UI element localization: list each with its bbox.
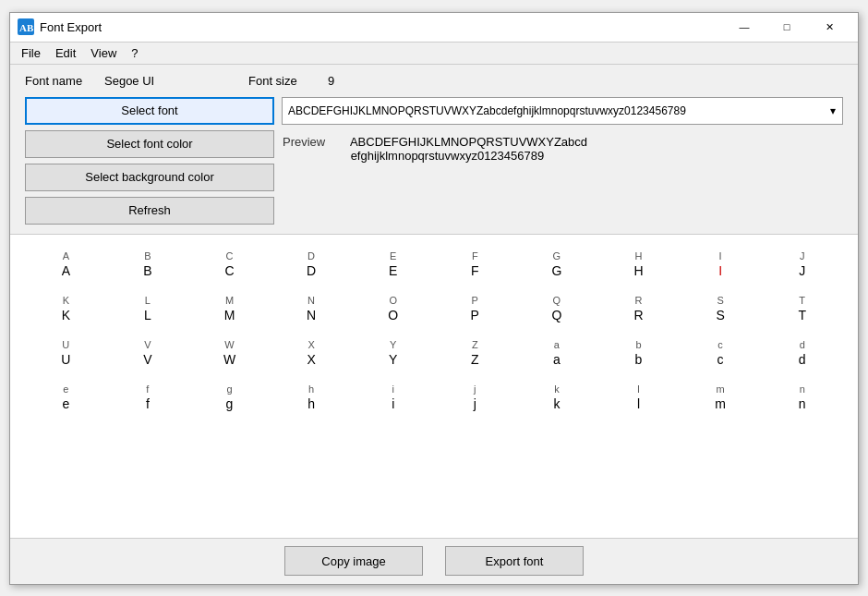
- char-cell[interactable]: kk: [516, 375, 598, 420]
- preview-line2: efghijklmnopqrstuvwxyz0123456789: [351, 149, 545, 163]
- char-cell[interactable]: RR: [597, 286, 680, 331]
- char-cell[interactable]: hh: [271, 375, 353, 420]
- char-cell[interactable]: CC: [188, 242, 271, 286]
- char-cell[interactable]: II: [680, 242, 762, 286]
- top-panel: Font name Segoe UI Font size 9 Select fo…: [10, 65, 858, 234]
- char-cell[interactable]: WW: [188, 331, 271, 375]
- char-cell[interactable]: AA: [25, 242, 107, 286]
- char-index: S: [717, 295, 723, 306]
- char-cell[interactable]: KK: [25, 286, 107, 331]
- char-display: C: [224, 263, 234, 278]
- minimize-button[interactable]: —: [723, 12, 766, 42]
- char-cell[interactable]: bb: [597, 331, 680, 375]
- char-display: S: [716, 308, 724, 322]
- char-display: Q: [551, 308, 561, 322]
- char-cell[interactable]: OO: [352, 286, 434, 331]
- char-cell[interactable]: aa: [516, 331, 598, 375]
- char-display: H: [633, 263, 643, 278]
- char-cell[interactable]: UU: [25, 331, 107, 375]
- char-display: f: [146, 396, 150, 411]
- select-background-color-button[interactable]: Select background color: [25, 164, 274, 191]
- char-display: G: [551, 263, 561, 278]
- char-display: a: [553, 352, 561, 367]
- title-bar: AB Font Export — □ ✕: [10, 13, 858, 43]
- char-index: c: [717, 339, 723, 350]
- char-cell[interactable]: nn: [761, 375, 843, 420]
- char-display: e: [62, 396, 69, 411]
- char-index: d: [800, 339, 805, 350]
- char-display: b: [635, 352, 643, 367]
- window-title: Font Export: [40, 20, 723, 34]
- char-cell[interactable]: ll: [597, 375, 680, 420]
- char-index: I: [719, 250, 722, 262]
- char-index: F: [472, 250, 478, 262]
- font-size-value: 9: [328, 74, 334, 88]
- char-cell[interactable]: gg: [188, 375, 271, 420]
- select-font-color-button[interactable]: Select font color: [25, 130, 274, 158]
- font-size-label: Font size: [248, 74, 313, 88]
- char-display: n: [799, 396, 806, 411]
- char-index: Q: [553, 295, 561, 306]
- content-area: Font name Segoe UI Font size 9 Select fo…: [10, 65, 858, 584]
- char-cell[interactable]: DD: [271, 242, 353, 286]
- char-cell[interactable]: NN: [271, 286, 353, 331]
- char-cell[interactable]: BB: [107, 242, 189, 286]
- char-index: O: [389, 295, 397, 306]
- char-index: V: [144, 339, 151, 350]
- char-cell[interactable]: SS: [680, 286, 762, 331]
- char-index: Y: [390, 339, 396, 350]
- char-cell[interactable]: JJ: [761, 242, 843, 286]
- char-display: h: [307, 396, 315, 411]
- char-index: X: [307, 339, 314, 350]
- select-font-button[interactable]: Select font: [25, 97, 274, 125]
- char-cell[interactable]: XX: [271, 331, 353, 375]
- char-display: j: [474, 396, 476, 411]
- char-cell[interactable]: EE: [352, 242, 434, 286]
- char-index: h: [308, 383, 314, 395]
- char-index: a: [554, 339, 560, 350]
- char-display: U: [61, 352, 70, 367]
- char-cell[interactable]: VV: [107, 331, 189, 375]
- char-cell[interactable]: ff: [107, 375, 189, 420]
- char-index: f: [146, 383, 149, 395]
- char-display: L: [144, 308, 151, 322]
- char-cell[interactable]: LL: [107, 286, 189, 331]
- char-cell[interactable]: ee: [25, 375, 107, 420]
- export-font-button[interactable]: Export font: [445, 546, 584, 576]
- char-display: K: [62, 308, 70, 322]
- char-grid-section[interactable]: AABBCCDDEEFFGGHHIIJJKKLLMMNNOOPPQQRRSSTT…: [10, 234, 858, 538]
- char-index: P: [472, 295, 478, 306]
- char-cell[interactable]: FF: [434, 242, 516, 286]
- char-cell[interactable]: ii: [352, 375, 434, 420]
- char-cell[interactable]: QQ: [516, 286, 598, 331]
- menu-edit[interactable]: Edit: [48, 44, 83, 62]
- refresh-button[interactable]: Refresh: [25, 197, 274, 225]
- char-cell[interactable]: YY: [352, 331, 434, 375]
- font-dropdown[interactable]: ABCDEFGHIJKLMNOPQRSTUVWXYZabcdefghijklmn…: [282, 97, 843, 125]
- char-index: J: [800, 250, 805, 262]
- menu-help[interactable]: ?: [124, 44, 145, 62]
- char-display: M: [224, 308, 235, 322]
- char-cell[interactable]: GG: [516, 242, 598, 286]
- char-cell[interactable]: PP: [434, 286, 516, 331]
- char-cell[interactable]: MM: [188, 286, 271, 331]
- char-cell[interactable]: HH: [597, 242, 680, 286]
- close-button[interactable]: ✕: [808, 12, 850, 42]
- copy-image-button[interactable]: Copy image: [284, 546, 423, 576]
- char-display: R: [633, 308, 643, 322]
- char-index: e: [63, 383, 68, 395]
- char-cell[interactable]: mm: [680, 375, 762, 420]
- char-display: T: [798, 308, 806, 322]
- char-display: N: [307, 308, 316, 322]
- char-cell[interactable]: TT: [761, 286, 843, 331]
- char-index: B: [144, 250, 151, 262]
- controls-row: Select font Select font color Select bac…: [25, 97, 843, 225]
- char-cell[interactable]: cc: [680, 331, 762, 375]
- char-display: D: [307, 263, 316, 278]
- char-cell[interactable]: jj: [434, 375, 516, 420]
- menu-file[interactable]: File: [14, 44, 48, 62]
- char-cell[interactable]: dd: [761, 331, 843, 375]
- maximize-button[interactable]: □: [766, 12, 808, 42]
- menu-view[interactable]: View: [83, 44, 124, 62]
- char-cell[interactable]: ZZ: [434, 331, 516, 375]
